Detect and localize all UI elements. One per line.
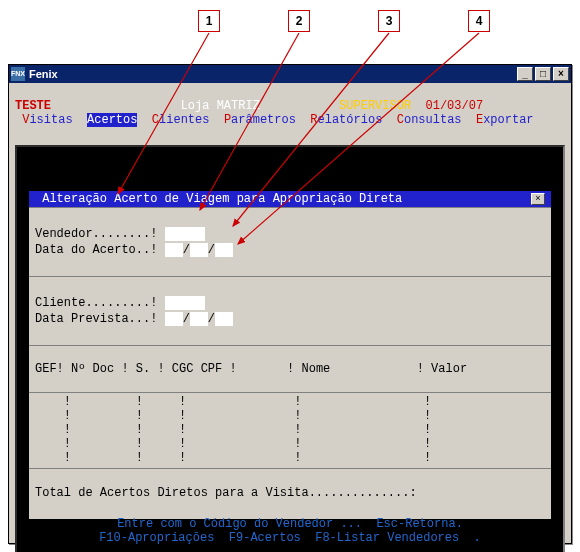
callout-4: 4	[468, 10, 490, 32]
footer-line2: F10-Apropriações F9-Acertos F8-Listar Ve…	[99, 531, 481, 545]
dialog-titlebar: Alteração Acerto de Viagem para Apropria…	[29, 191, 551, 207]
date-label: 01/03/07	[426, 99, 484, 113]
data-prevista-d[interactable]	[165, 312, 183, 326]
grid-body: ! ! ! ! ! ! ! ! ! ! ! ! ! ! ! ! ! !	[29, 393, 551, 469]
app-window: FNX Fenix _ □ × TESTE Loja MATRIZ SUPERV…	[8, 64, 572, 544]
callout-1: 1	[198, 10, 220, 32]
minimize-button[interactable]: _	[517, 67, 533, 81]
data-prevista-y[interactable]	[215, 312, 233, 326]
menubar: TESTE Loja MATRIZ SUPERVISOR 01/03/07 Vi…	[9, 83, 571, 145]
client-area: Alteração Acerto de Viagem para Apropria…	[15, 145, 565, 552]
dialog: Alteração Acerto de Viagem para Apropria…	[29, 191, 551, 519]
vendedor-input[interactable]	[165, 227, 205, 241]
cliente-input[interactable]	[165, 296, 205, 310]
data-acerto-y[interactable]	[215, 243, 233, 257]
dialog-close-button[interactable]: ×	[531, 193, 545, 205]
col-gef: GEF!	[35, 362, 64, 376]
data-prevista-label: Data Prevista...!	[35, 312, 157, 326]
menu-exportar[interactable]: Exportar	[476, 113, 534, 127]
col-cgccpf: CGC CPF !	[165, 362, 237, 376]
close-button[interactable]: ×	[553, 67, 569, 81]
col-ndoc: Nº Doc !	[64, 362, 129, 376]
menu-visitas[interactable]: Visitas	[22, 113, 72, 127]
table-row: ! ! ! ! !	[35, 395, 545, 409]
table-row: ! ! ! ! !	[35, 423, 545, 437]
window-title: Fenix	[29, 68, 58, 80]
vendor-block: Vendedor........! Data do Acerto..! //	[29, 208, 551, 277]
cliente-label: Cliente.........!	[35, 296, 157, 310]
col-valor: Valor	[424, 362, 467, 376]
menu-consultas[interactable]: Consultas	[397, 113, 462, 127]
callout-3: 3	[378, 10, 400, 32]
menu-parametros[interactable]: Parâmetros	[224, 113, 296, 127]
maximize-button[interactable]: □	[535, 67, 551, 81]
table-row: ! ! ! ! !	[35, 409, 545, 423]
table-row: ! ! ! ! !	[35, 451, 545, 465]
menu-relatorios[interactable]: Relatórios	[310, 113, 382, 127]
client-block: Cliente.........! Data Prevista...! //	[29, 277, 551, 346]
menu-acertos[interactable]: Acertos	[87, 113, 137, 127]
total-label: Total de Acertos Diretos para a Visita..…	[35, 486, 417, 500]
user-label: SUPERVISOR	[339, 99, 411, 113]
data-acerto-label: Data do Acerto..!	[35, 243, 157, 257]
app-icon: FNX	[11, 67, 25, 81]
col-s: S. !	[129, 362, 165, 376]
callout-2: 2	[288, 10, 310, 32]
dialog-title-text: Alteração Acerto de Viagem para Apropria…	[35, 192, 531, 206]
menu-clientes[interactable]: Clientes	[152, 113, 210, 127]
window-titlebar: FNX Fenix _ □ ×	[9, 65, 571, 83]
data-acerto-m[interactable]	[190, 243, 208, 257]
data-prevista-m[interactable]	[190, 312, 208, 326]
vendedor-label: Vendedor........!	[35, 227, 157, 241]
brand-label: TESTE	[15, 99, 51, 113]
grid-header: GEF! Nº Doc ! S. ! CGC CPF ! ! Nome ! Va…	[29, 346, 551, 393]
status-footer: Entre com o Código do Vendedor ... Esc-R…	[17, 503, 563, 552]
col-nome: Nome	[294, 362, 330, 376]
store-label: Loja MATRIZ	[181, 99, 260, 113]
footer-line1: Entre com o Código do Vendedor ... Esc-R…	[117, 517, 463, 531]
table-row: ! ! ! ! !	[35, 437, 545, 451]
data-acerto-d[interactable]	[165, 243, 183, 257]
